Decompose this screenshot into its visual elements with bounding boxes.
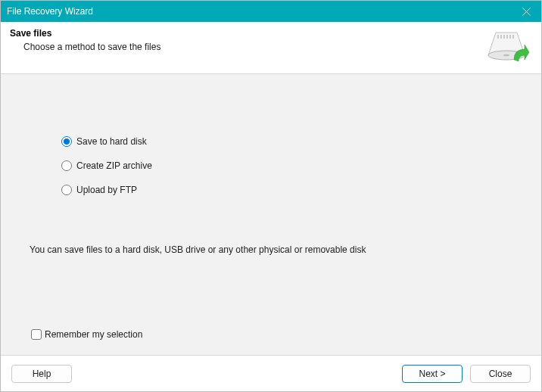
titlebar: File Recovery Wizard	[1, 1, 541, 22]
radio-icon	[61, 185, 72, 195]
remember-selection[interactable]: Remember my selection	[31, 329, 142, 340]
wizard-header: Save files Choose a method to save the f…	[1, 22, 541, 74]
close-button[interactable]	[511, 1, 541, 22]
wizard-footer: Help Next > Close	[1, 355, 541, 391]
option-hint: You can save files to a hard disk, USB d…	[30, 244, 366, 255]
option-label: Save to hard disk	[76, 136, 147, 147]
remember-label: Remember my selection	[45, 329, 142, 340]
header-text: Save files Choose a method to save the f…	[8, 28, 160, 52]
button-label: Help	[33, 369, 51, 379]
help-button[interactable]: Help	[11, 365, 72, 383]
save-method-options: Save to hard disk Create ZIP archive Upl…	[61, 136, 152, 209]
button-label: Close	[489, 369, 512, 379]
page-title: Save files	[10, 28, 160, 39]
svg-rect-8	[509, 35, 511, 39]
option-label: Create ZIP archive	[76, 160, 152, 171]
wizard-window: File Recovery Wizard Save files Choose a…	[0, 0, 542, 392]
wizard-content: Save to hard disk Create ZIP archive Upl…	[1, 74, 541, 355]
next-button[interactable]: Next >	[402, 365, 463, 383]
option-save-hard-disk[interactable]: Save to hard disk	[61, 136, 152, 147]
close-icon	[522, 8, 531, 16]
window-title: File Recovery Wizard	[7, 6, 93, 17]
disk-save-icon	[487, 28, 529, 64]
svg-point-3	[503, 54, 509, 56]
footer-right-buttons: Next > Close	[402, 365, 531, 383]
checkbox-icon	[31, 329, 42, 340]
option-label: Upload by FTP	[76, 185, 137, 195]
svg-rect-4	[497, 35, 499, 39]
page-subtitle: Choose a method to save the files	[10, 42, 160, 52]
button-label: Next >	[419, 369, 445, 379]
option-create-zip[interactable]: Create ZIP archive	[61, 160, 152, 171]
svg-rect-6	[503, 35, 505, 39]
svg-rect-9	[512, 35, 514, 39]
svg-rect-7	[506, 35, 508, 39]
option-upload-ftp[interactable]: Upload by FTP	[61, 185, 152, 195]
radio-icon	[61, 136, 72, 147]
radio-icon	[61, 160, 72, 171]
svg-rect-5	[500, 35, 502, 39]
close-footer-button[interactable]: Close	[470, 365, 531, 383]
